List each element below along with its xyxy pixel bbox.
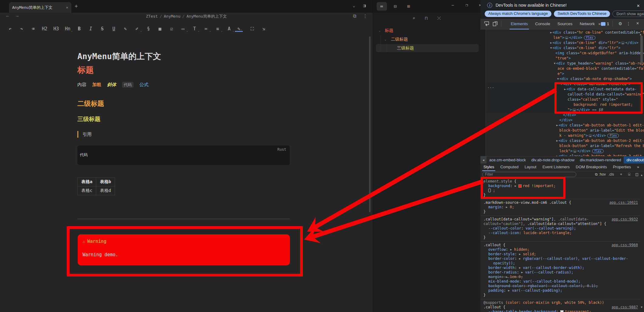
breadcrumb-part[interactable]: ZTest <box>146 14 158 18</box>
styles-tab-computed[interactable]: Computed <box>497 163 521 171</box>
highlight-icon[interactable]: ✎ <box>120 26 131 32</box>
inspect-element-icon[interactable] <box>484 21 489 26</box>
devtools-tab-sources[interactable]: Sources <box>554 19 576 29</box>
element-breadcrumb[interactable]: div.ab-note.drop-shadow <box>529 156 577 163</box>
text-format-icon[interactable]: T⌄ <box>189 26 200 32</box>
styles-tab-styles[interactable]: Styles <box>480 163 497 171</box>
stylesheet-link[interactable]: app.css:9960 <box>612 243 638 247</box>
align-icon[interactable]: ≡⌄ <box>212 26 223 32</box>
callout-icon[interactable]: ✐⌄ <box>131 26 143 32</box>
stylesheet-link[interactable]: app.css:10021 <box>609 200 638 205</box>
tab-list-icon[interactable]: ⌄ <box>353 3 355 8</box>
styles-pane[interactable]: element.style {background: ▶ red !import… <box>480 178 640 312</box>
settings-gear-icon[interactable]: ⚙ <box>618 21 622 26</box>
notification-button[interactable]: Don't show again <box>612 11 644 17</box>
node-hover-dots[interactable]: ... <box>487 85 494 89</box>
table-cell[interactable]: 表格c <box>78 186 96 195</box>
fold-icon[interactable]: ⇲ <box>258 26 269 32</box>
element-breadcrumb[interactable]: ace.cm-embed-block <box>486 156 529 163</box>
breadcrumb[interactable]: ZTest/AnyMenu/AnyMenu简单的上下文 <box>0 14 373 19</box>
outline-item[interactable]: 三级标题 <box>373 44 480 52</box>
outline-item[interactable]: ⌄标题 <box>373 26 480 35</box>
heading-2[interactable]: 二级标题 <box>77 99 104 108</box>
underline-icon[interactable]: U <box>108 26 120 32</box>
window-restore-button[interactable]: ❐ <box>460 0 474 10</box>
table-header-cell[interactable]: 表格a <box>78 178 96 186</box>
breadcrumb-left-icon[interactable]: ◂ <box>480 156 486 163</box>
heading-3[interactable]: 三级标题 <box>77 115 100 123</box>
italic-icon[interactable]: I <box>85 26 97 32</box>
editor-scrollbar[interactable] <box>369 36 371 212</box>
breadcrumb-part[interactable]: AnyMenu <box>164 14 181 18</box>
attachment-icon[interactable]: § <box>143 26 154 32</box>
note-tab[interactable]: AnyMenu简单的上下文 × <box>9 2 71 13</box>
window-minimize-button[interactable]: — <box>446 0 460 10</box>
pen-color-icon[interactable]: ✎⌄ <box>235 27 243 32</box>
outline-expand-icon[interactable]: ⊓ <box>425 15 428 21</box>
element-breadcrumb[interactable]: div.markdown-rendered <box>577 156 624 163</box>
stylesheet-link[interactable]: app.css:9932 <box>612 217 638 222</box>
redo-icon[interactable]: ↷ <box>16 26 27 32</box>
styles-tab-properties[interactable]: Properties <box>610 163 634 171</box>
scrollbar-thumb[interactable] <box>640 35 643 64</box>
styles-filter-input[interactable]: Filter <box>482 172 576 177</box>
reading-mode-icon[interactable]: ⧉ <box>353 13 356 19</box>
elements-scrollbar[interactable]: ▲ <box>640 31 643 36</box>
chevron-down-icon[interactable]: ⌄ <box>379 26 381 35</box>
right-sidebar-toggle-icon[interactable]: ◨ <box>363 3 366 8</box>
element-breadcrumb[interactable]: div.callout <box>624 156 644 163</box>
fullscreen-icon[interactable]: ⛶ <box>246 26 258 32</box>
outline-collapse-icon[interactable]: ⤫ <box>437 15 441 21</box>
heading-2-icon[interactable]: H2 <box>39 26 50 32</box>
list-icon[interactable]: ≔⌄ <box>200 26 212 32</box>
code-language-label[interactable]: Rust <box>277 147 286 152</box>
notification-close-icon[interactable]: × <box>637 3 640 8</box>
bold-icon[interactable]: B <box>73 26 85 32</box>
styles-tab-dom-breakpoints[interactable]: DOM Breakpoints <box>573 163 610 171</box>
stylesheet-link[interactable]: app.css:9887 <box>612 305 638 310</box>
blockquote[interactable]: 引用 <box>77 131 92 138</box>
chevron-down-icon[interactable]: ⌄ <box>385 35 386 44</box>
device-toolbar-icon[interactable] <box>493 21 498 26</box>
heading-3-icon[interactable]: H3 <box>50 26 62 32</box>
task-list-icon[interactable]: ☑ <box>166 26 177 32</box>
filter-toggle-5[interactable]: ⌸ <box>628 172 630 176</box>
undo-icon[interactable]: ↶ <box>4 26 16 32</box>
paragraph[interactable]: 内容 加粗 斜体 代码 公式 <box>77 82 151 88</box>
outline-item[interactable]: ⌄二级标题 <box>373 35 480 44</box>
notification-button[interactable]: Switch DevTools to Chinese <box>554 11 610 17</box>
filter-toggle-3[interactable]: .cls <box>608 172 614 176</box>
pane-tab-archive-icon[interactable]: ⊟ <box>390 2 400 11</box>
styles-tab-layout[interactable]: Layout <box>521 163 539 171</box>
font-color-icon[interactable]: A⌄ <box>223 26 235 32</box>
devtools-tab-elements[interactable]: Elements <box>507 19 531 29</box>
more-tabs-icon[interactable]: » <box>634 163 642 171</box>
devtools-close-icon[interactable]: ✕ <box>636 21 639 25</box>
filter-toggle-6[interactable]: ◫ <box>635 172 639 176</box>
table-header-cell[interactable]: 表格b <box>96 178 115 186</box>
issues-indicator[interactable]: 1 <box>601 22 609 26</box>
notification-button[interactable]: Always match Chrome's language <box>485 11 551 17</box>
strikethrough-icon[interactable]: S <box>97 26 108 32</box>
comment-icon[interactable]: ▭⌄ <box>177 26 189 32</box>
breadcrumb-part[interactable]: AnyMenu简单的上下文 <box>186 14 227 18</box>
css-rule-block[interactable]: @supports (color: color-mix(in srgb, whi… <box>480 299 640 312</box>
filter-toggle-1[interactable]: ⧉ <box>595 172 598 176</box>
clear-formatting-icon[interactable]: ⌫ <box>27 26 39 32</box>
more-options-icon[interactable]: ⋮ <box>363 13 368 19</box>
css-rule-block[interactable]: .callout[data-callout="warning"], .callo… <box>480 216 640 242</box>
pane-tab-outline-list-icon[interactable]: ≔ <box>377 2 387 11</box>
css-rule-block[interactable]: element.style {background: ▶ red !import… <box>480 178 640 199</box>
css-rule-block[interactable]: .markdown-source-view.mod-cm6 .callout {… <box>480 199 640 216</box>
devtools-tab-network[interactable]: Network <box>576 19 598 29</box>
note-title[interactable]: AnyMenu简单的上下文 <box>77 51 161 62</box>
outline-search-icon[interactable]: ⌕ <box>412 15 415 21</box>
markdown-table[interactable]: 表格a表格b 表格c表格d <box>77 177 115 195</box>
elements-tree[interactable]: ... ▶<div class="hr cm-line" contentedit… <box>480 29 644 156</box>
tab-close-icon[interactable]: × <box>66 5 68 10</box>
filter-toggle-4[interactable]: + <box>620 172 622 176</box>
styles-tab-event-listeners[interactable]: Event Listeners <box>539 163 573 171</box>
styles-scroll-down-icon[interactable]: ▼ <box>641 306 642 309</box>
table-icon[interactable]: ▦ <box>154 26 166 32</box>
table-cell[interactable]: 表格d <box>96 186 115 195</box>
